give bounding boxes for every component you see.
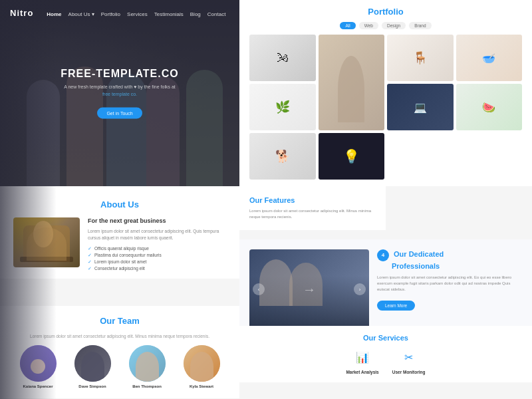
about-content: For the next great business Lorem ipsum … [13,217,226,272]
team-member-2: Dave Simpson [68,345,117,388]
list-item: Consectetur adipiscing elit [88,265,226,272]
dedicated-heading: 4 Our Dedicated Professionals [377,249,522,271]
services-grid: 📊 Market Analysis ✂ User Monitoring [249,347,522,374]
prev-arrow[interactable]: ‹ [253,283,265,295]
list-item: Plastima dui consequuntur maliuris [88,252,226,259]
portfolio-grid: 🌬 🪑 🥣 🌿 💻 🍉 🐕 💡 [249,35,522,180]
nav-blog[interactable]: Blog [190,11,201,17]
dedicated-cta-button[interactable]: Learn More [377,301,415,311]
filter-all[interactable]: All [340,22,355,29]
nav-testimonials[interactable]: Testimonials [154,11,184,17]
portfolio-filters: All Web Design Brand [249,22,522,29]
services-title: Our Services [249,334,522,342]
logo: Nitro [10,8,33,18]
filter-brand[interactable]: Brand [409,22,431,29]
about-text-block: For the next great business Lorem ipsum … [88,217,226,272]
hero-section: Nitro Home About Us ▾ Portfolio Services… [0,0,239,186]
portfolio-item-7[interactable]: 💻 [387,84,454,130]
dedicated-image: ‹ › [249,249,369,329]
portfolio-item-3[interactable]: 🪑 [387,35,454,81]
nav-links: Home About Us ▾ Portfolio Services Testi… [47,7,225,19]
hero-cta-button[interactable]: Get in Touch [97,108,142,119]
team-name-3: Ben Thompson [122,384,172,388]
team-member-3: Ben Thompson [122,345,172,388]
portfolio-title: Portfolio [249,7,522,17]
about-body: Lorem ipsum dolor sit amet consectetur a… [88,228,226,241]
nav-home[interactable]: Home [47,11,61,17]
about-section: About Us For the next great business Lor… [0,186,239,279]
dedicated-number: 4 [377,249,389,261]
market-analysis-icon: 📊 [352,347,372,367]
about-image [13,217,80,267]
nav-contact[interactable]: Contact [207,11,226,17]
avatar-3 [129,345,166,382]
team-name-2: Dave Simpson [68,384,117,388]
dedicated-section: ‹ › 4 Our Dedicated Professionals Lorem … [239,239,532,339]
portfolio-item-4[interactable]: 🥣 [456,35,523,81]
team-subtitle: Lorem ipsum dolor sit amet consectetur a… [13,334,226,338]
list-item: Officis quaerat aliquip risque [88,245,226,252]
portfolio-item-1[interactable]: 🌬 [249,35,316,81]
portfolio-item-9[interactable]: 💡 [319,133,385,180]
avatar-2 [74,345,111,382]
service-user-label: User Monitoring [392,370,426,374]
nav-services[interactable]: Services [127,11,148,17]
team-name-1: Kaiana Spencer [13,384,63,388]
list-item: Lorem ipsum dolor sit amet [88,259,226,265]
about-list: Officis quaerat aliquip risque Plastima … [88,245,226,272]
team-grid: Kaiana Spencer Dave Simpson Ben Thompson [13,345,226,388]
avatar-1 [20,345,57,382]
hero-content: FREE-TEMPLATE.CO A new fresh template cr… [60,68,180,119]
team-member-1: Kaiana Spencer [13,345,63,388]
features-title: Our Features [249,196,376,204]
navigation: Nitro Home About Us ▾ Portfolio Services… [0,7,239,19]
dedicated-body: Lorem ipsum dolor sit amet consectetur a… [377,275,522,293]
team-name-4: Kyla Stewart [177,384,226,388]
filter-design[interactable]: Design [382,22,406,29]
dedicated-text-block: 4 Our Dedicated Professionals Lorem ipsu… [377,249,522,329]
avatar-4 [184,345,220,382]
next-arrow[interactable]: › [354,283,366,295]
nav-portfolio[interactable]: Portfolio [101,11,120,17]
portfolio-section: Portfolio All Web Design Brand 🌬 🪑 🥣 🌿 💻… [239,0,532,186]
features-section: Our Features Lorem ipsum dolor sit amet … [239,186,386,230]
portfolio-item-6[interactable]: 🌿 [249,84,316,130]
portfolio-item-5[interactable]: 🍉 [456,84,523,130]
service-market-label: Market Analysis [346,370,378,374]
user-monitoring-icon: ✂ [399,347,419,367]
team-title: Our Team [13,316,226,326]
service-market-analysis: 📊 Market Analysis [346,347,378,374]
features-body: Lorem ipsum dolor sit amet consectetur a… [249,208,376,220]
about-title: About Us [13,200,226,209]
portfolio-item-2[interactable] [319,35,385,130]
team-member-4: Kyla Stewart [177,345,226,388]
hero-title: FREE-TEMPLATE.CO [60,68,180,80]
service-user-monitoring: ✂ User Monitoring [392,347,426,374]
hero-subtitle: A new fresh template crafted with ♥ by t… [60,84,180,98]
portfolio-item-8[interactable]: 🐕 [249,133,316,180]
team-section: Our Team Lorem ipsum dolor sit amet cons… [0,306,239,398]
about-heading: For the next great business [88,217,226,224]
services-section: Our Services 📊 Market Analysis ✂ User Mo… [239,326,532,382]
filter-web[interactable]: Web [359,22,378,29]
nav-about[interactable]: About Us ▾ [68,11,94,17]
